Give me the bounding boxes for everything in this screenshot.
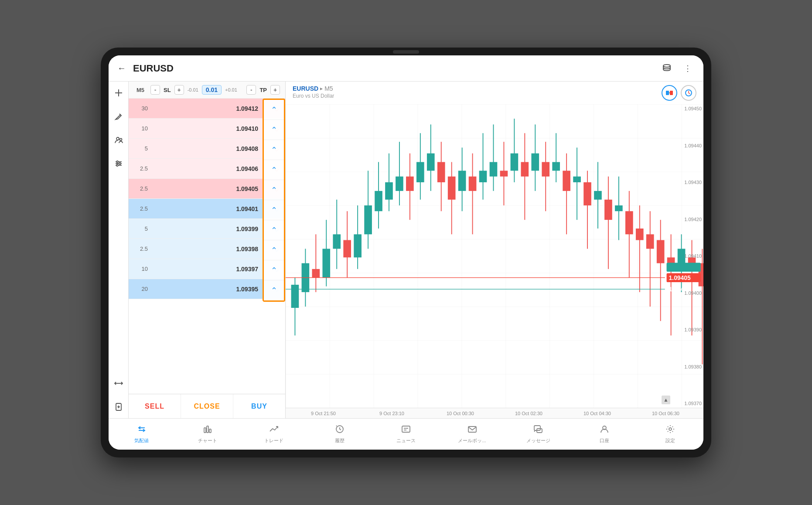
nav-item-news[interactable]: ニュース bbox=[389, 424, 423, 444]
add-cross-icon[interactable] bbox=[112, 86, 126, 100]
nav-label-trade: トレード bbox=[264, 437, 283, 444]
chart-canvas: 1.09405 1.09401 1.094501.094401.094301.0… bbox=[286, 104, 703, 408]
svg-point-118 bbox=[669, 428, 672, 430]
order-row[interactable]: 30 1.09412 ⌵ bbox=[129, 99, 285, 119]
up-arrow-cell[interactable]: ⌃ bbox=[264, 220, 284, 240]
nav-item-message[interactable]: メッセージ bbox=[521, 424, 556, 444]
screen: ← EURUSD ⋮ bbox=[109, 55, 703, 450]
nav-label-account: 口座 bbox=[600, 437, 609, 444]
nav-item-history[interactable]: 履歴 bbox=[322, 424, 357, 444]
order-row[interactable]: 5 1.09408 ⌵ bbox=[129, 139, 285, 159]
chart-header: EURUSD ▸ M5 Euro vs US Dollar bbox=[286, 82, 703, 104]
nav-item-account[interactable]: 口座 bbox=[587, 424, 622, 444]
svg-rect-78 bbox=[594, 191, 602, 200]
chart-area: EURUSD ▸ M5 Euro vs US Dollar bbox=[286, 82, 703, 418]
svg-rect-70 bbox=[552, 162, 560, 171]
sl-plus-button[interactable]: + bbox=[174, 85, 184, 95]
up-arrow-cell[interactable]: ⌃ bbox=[264, 160, 284, 180]
order-row[interactable]: 20 1.09395 ⌵ bbox=[129, 279, 285, 299]
chart-icon-1[interactable] bbox=[662, 85, 677, 101]
chart-scroll-up[interactable]: ▲ bbox=[662, 396, 670, 404]
up-arrow-cell[interactable]: ⌃ bbox=[264, 180, 284, 200]
x-axis-label: 10 Oct 00:30 bbox=[426, 411, 495, 416]
transfer-icon[interactable] bbox=[112, 376, 126, 390]
buy-button[interactable]: BUY bbox=[233, 394, 285, 418]
nav-item-quotes[interactable]: 気配値 bbox=[124, 424, 159, 444]
up-arrow-cell[interactable]: ⌃ bbox=[264, 120, 284, 140]
nav-label-mail: メールボッ... bbox=[458, 437, 486, 444]
nav-icon-chart bbox=[203, 424, 212, 436]
svg-rect-88 bbox=[646, 234, 654, 249]
svg-rect-34 bbox=[364, 205, 372, 234]
chart-icon-2[interactable] bbox=[681, 85, 696, 101]
up-arrow-cell[interactable]: ⌃ bbox=[264, 280, 284, 300]
x-axis-label: 10 Oct 04:30 bbox=[563, 411, 631, 416]
close-button[interactable]: CLOSE bbox=[181, 394, 233, 418]
nav-item-trade[interactable]: トレード bbox=[256, 424, 291, 444]
up-arrow-cell[interactable]: ⌃ bbox=[264, 100, 284, 120]
svg-rect-64 bbox=[521, 162, 529, 177]
chart-pair-name: EURUSD bbox=[293, 85, 318, 92]
device-frame: ← EURUSD ⋮ bbox=[101, 48, 711, 457]
nav-label-news: ニュース bbox=[396, 437, 416, 444]
chart-full-name: Euro vs US Dollar bbox=[293, 93, 334, 99]
timeframe-label: M5 bbox=[134, 87, 147, 93]
svg-rect-60 bbox=[500, 171, 508, 176]
more-icon[interactable]: ⋮ bbox=[681, 61, 695, 75]
nav-icon-history bbox=[335, 424, 345, 436]
nav-label-message: メッセージ bbox=[526, 437, 550, 444]
up-arrow-cell[interactable]: ⌃ bbox=[264, 240, 284, 260]
sell-button[interactable]: SELL bbox=[129, 394, 181, 418]
tp-minus-button[interactable]: - bbox=[246, 85, 256, 95]
svg-rect-84 bbox=[625, 211, 633, 234]
svg-rect-28 bbox=[333, 234, 341, 249]
sliders-icon[interactable] bbox=[112, 157, 126, 171]
sl-minus-button[interactable]: - bbox=[150, 85, 160, 95]
nav-item-chart[interactable]: チャート bbox=[190, 424, 225, 444]
up-arrows-column: ⌃⌃⌃⌃⌃⌃⌃⌃⌃⌃ bbox=[263, 99, 285, 302]
order-row[interactable]: 2.5 1.09405 ⌵ bbox=[129, 179, 285, 199]
svg-rect-46 bbox=[427, 154, 435, 171]
svg-rect-107 bbox=[204, 428, 206, 433]
sl-plus-small: +0.01 bbox=[225, 87, 237, 92]
svg-rect-103 bbox=[667, 263, 701, 272]
svg-point-10 bbox=[116, 164, 118, 166]
back-button[interactable]: ← bbox=[117, 63, 126, 73]
sidebar bbox=[109, 82, 129, 418]
community-icon[interactable] bbox=[112, 133, 126, 147]
nav-item-mail[interactable]: メールボッ... bbox=[455, 424, 490, 444]
nav-icon-quotes bbox=[137, 424, 147, 436]
nav-label-chart: チャート bbox=[198, 437, 217, 444]
svg-rect-44 bbox=[416, 162, 424, 182]
order-row[interactable]: 2.5 1.09406 ⌵ bbox=[129, 159, 285, 179]
x-axis: 9 Oct 21:509 Oct 23:1010 Oct 00:3010 Oct… bbox=[286, 408, 703, 418]
svg-rect-50 bbox=[448, 177, 456, 200]
svg-rect-32 bbox=[354, 234, 362, 257]
svg-rect-114 bbox=[468, 427, 476, 432]
order-row[interactable]: 2.5 1.09398 ⌵ bbox=[129, 239, 285, 259]
x-axis-label: 10 Oct 02:30 bbox=[495, 411, 563, 416]
up-arrow-cell[interactable]: ⌃ bbox=[264, 200, 284, 220]
svg-rect-68 bbox=[542, 162, 549, 177]
svg-rect-40 bbox=[396, 177, 403, 191]
svg-rect-66 bbox=[531, 154, 539, 171]
order-row[interactable]: 5 1.09399 ⌵ bbox=[129, 219, 285, 239]
nav-icon-settings bbox=[665, 424, 675, 436]
add-document-icon[interactable] bbox=[112, 400, 126, 414]
up-arrow-cell[interactable]: ⌃ bbox=[264, 140, 284, 160]
server-icon[interactable] bbox=[660, 61, 674, 75]
drawing-tools-icon[interactable] bbox=[112, 109, 126, 123]
order-row[interactable]: 2.5 1.09401 ⌵ bbox=[129, 199, 285, 219]
nav-item-settings[interactable]: 設定 bbox=[653, 424, 688, 444]
svg-text:1.09401: 1.09401 bbox=[669, 286, 691, 293]
nav-label-settings: 設定 bbox=[665, 437, 675, 444]
order-row[interactable]: 10 1.09397 ⌵ bbox=[129, 259, 285, 279]
tp-plus-button[interactable]: + bbox=[270, 85, 280, 95]
up-arrow-cell[interactable]: ⌃ bbox=[264, 260, 284, 280]
order-row[interactable]: 10 1.09410 ⌵ bbox=[129, 119, 285, 139]
chart-timeframe: M5 bbox=[324, 85, 333, 92]
svg-rect-76 bbox=[583, 182, 591, 205]
svg-rect-30 bbox=[343, 240, 351, 258]
svg-rect-111 bbox=[402, 426, 410, 432]
svg-rect-58 bbox=[490, 162, 498, 177]
